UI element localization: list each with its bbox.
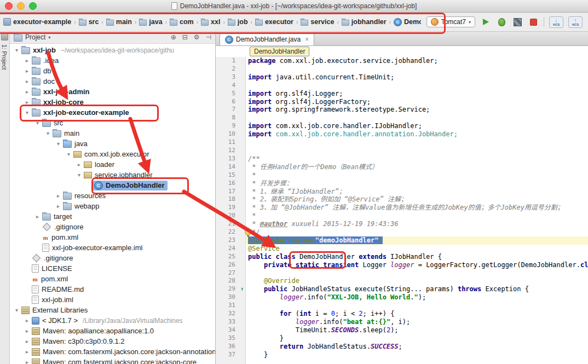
code-line-24[interactable]: 24@Service xyxy=(216,245,588,253)
run-configuration-selector[interactable]: Tomcat7 ▾ xyxy=(426,16,475,27)
tree-toggle-icon[interactable]: ▸ xyxy=(34,213,41,219)
tree-item[interactable]: xxl-job-executor-example xyxy=(31,108,132,117)
tree-row-xxl-job[interactable]: ▾xxl-job~/workspaces/idea-git-workspace/… xyxy=(10,45,215,55)
tree-toggle-icon[interactable]: ▾ xyxy=(13,47,20,53)
tree-row-doc[interactable]: ▸doc xyxy=(10,76,215,86)
override-gutter-icon[interactable]: ↑ xyxy=(238,285,246,293)
tree-item[interactable]: target xyxy=(41,212,74,221)
breadcrumb-item-src[interactable]: src xyxy=(78,17,100,27)
code-line-11[interactable]: 11 xyxy=(216,138,588,147)
tree-row-gitignore[interactable]: .gitignore xyxy=(10,253,215,263)
code-line-37[interactable]: 37 } xyxy=(216,351,588,359)
tree-item[interactable]: Maven: com.fasterxml.jackson.core:jackso… xyxy=(31,347,215,356)
tree-toggle-icon[interactable]: ▸ xyxy=(55,203,62,209)
stop-button[interactable] xyxy=(528,16,539,27)
code-line-7[interactable]: 7import org.springframework.stereotype.S… xyxy=(216,106,588,114)
tree-row-jdk1-7[interactable]: ▸< JDK1.7 >/Library/Java/JavaVirtualMach… xyxy=(10,315,215,326)
collapse-all-icon[interactable]: ⊟ xyxy=(182,33,188,41)
tree-item[interactable]: com.xxl.job.executor xyxy=(72,149,152,159)
tree-row-java[interactable]: ▾java xyxy=(10,138,215,149)
tree-row-xxl-job-executor-example[interactable]: ▾xxl-job-executor-example xyxy=(10,107,215,118)
tree-item[interactable]: README.md xyxy=(31,285,87,294)
code-line-13[interactable]: 13/** xyxy=(216,155,588,163)
tree-item[interactable]: service.jobhandler xyxy=(83,170,155,180)
breadcrumb-item-job[interactable]: job xyxy=(227,17,249,27)
project-tool-window-button[interactable]: 1: Project xyxy=(1,44,8,70)
code-line-5[interactable]: 5import org.slf4j.Logger; xyxy=(216,90,588,98)
tree-item[interactable]: xxl-job.iml xyxy=(31,295,76,304)
code-line-35[interactable]: 35 } xyxy=(216,334,588,343)
tree-toggle-icon[interactable]: ▸ xyxy=(24,57,31,63)
tree-toggle-icon[interactable]: ▸ xyxy=(24,78,31,84)
tree-toggle-icon[interactable]: ▾ xyxy=(44,130,51,136)
code-line-15[interactable]: 15 * xyxy=(216,171,588,180)
tree-row-maven-com-fasterxml-jackson-core-jackson-annotations[interactable]: ▸Maven: com.fasterxml.jackson.core:jacks… xyxy=(10,346,215,357)
minimize-window-button[interactable] xyxy=(17,2,25,10)
code-line-34[interactable]: 34 TimeUnit.SECONDS.sleep(2); xyxy=(216,326,588,334)
intention-bulb-icon[interactable] xyxy=(245,228,252,235)
breadcrumb-item-executor-example[interactable]: executor-example xyxy=(2,17,72,27)
code-line-32[interactable]: 32 for (int i = 0; i < 2; i++) { xyxy=(216,310,588,318)
breadcrumb-item-com[interactable]: com xyxy=(169,17,195,27)
code-line-19[interactable]: 19 * 3、加 “@JobHander” 注解，注解value值为新增任务生成… xyxy=(216,204,588,212)
tree-row-pom-xml[interactable]: mpom.xml xyxy=(10,232,215,242)
tree-item[interactable]: mpom.xml xyxy=(41,233,81,242)
tree-toggle-icon[interactable]: ▾ xyxy=(65,151,72,157)
tree-item[interactable]: Maven: c3p0:c3p0:0.9.1.2 xyxy=(31,337,128,346)
gear-icon[interactable]: ⚙ xyxy=(194,33,200,41)
tree-item[interactable]: External Libraries xyxy=(20,305,90,315)
tree-row-webapp[interactable]: ▸webapp xyxy=(10,201,215,211)
tool-window-stripe-icon[interactable] xyxy=(1,33,8,41)
tree-row-pom-xml[interactable]: mpom.xml xyxy=(10,274,215,284)
tree-toggle-icon[interactable]: ▾ xyxy=(13,307,20,313)
close-icon[interactable]: × xyxy=(305,36,309,43)
code-line-29[interactable]: 29↑ public JobHandleStatus execute(Strin… xyxy=(216,285,588,293)
code-line-1[interactable]: 1package com.xxl.job.executor.service.jo… xyxy=(216,57,588,65)
breadcrumb-item-xxl[interactable]: xxl xyxy=(200,17,221,27)
tree-toggle-icon[interactable]: ▸ xyxy=(24,359,31,364)
code-line-28[interactable]: 28 @Override xyxy=(216,277,588,285)
tree-toggle-icon[interactable]: ▸ xyxy=(55,193,62,199)
code-area[interactable]: 1package com.xxl.job.executor.service.jo… xyxy=(216,57,588,364)
code-line-17[interactable]: 17 * 1、继承 “IJobHandler”； xyxy=(216,188,588,196)
breadcrumb-item-main[interactable]: main xyxy=(105,17,133,27)
close-window-button[interactable] xyxy=(5,2,13,10)
tree-item[interactable]: CDemoJobHandler xyxy=(93,181,168,190)
coverage-button[interactable] xyxy=(512,16,523,27)
tree-toggle-icon[interactable]: ▾ xyxy=(34,120,41,126)
code-line-36[interactable]: 36 return JobHandleStatus.SUCCESS; xyxy=(216,343,588,351)
hide-panel-icon[interactable]: ⊣ xyxy=(206,33,211,41)
code-line-8[interactable]: 8 xyxy=(216,114,588,122)
code-line-20[interactable]: 20 * xyxy=(216,212,588,220)
scroll-from-source-icon[interactable]: ⊕ xyxy=(171,33,176,41)
tree-row-db[interactable]: ▸db xyxy=(10,66,215,76)
tree-row-maven-com-fasterxml-jackson-core-jackson-core[interactable]: ▸Maven: com.fasterxml.jackson.core:jacks… xyxy=(10,357,215,364)
code-line-10[interactable]: 10import com.xxl.job.core.handler.annota… xyxy=(216,130,588,138)
code-line-25[interactable]: 25public class DemoJobHandler extends IJ… xyxy=(216,253,588,261)
tree-row-license[interactable]: LICENSE xyxy=(10,263,215,274)
tree-row-com-xxl-job-executor[interactable]: ▾com.xxl.job.executor xyxy=(10,149,215,159)
tree-toggle-icon[interactable]: ▸ xyxy=(24,89,31,95)
tree-toggle-icon[interactable]: ▸ xyxy=(24,99,31,105)
code-line-14[interactable]: 14 * 任务Handler的一个Demo（Bean模式） xyxy=(216,163,588,171)
tree-row-idea[interactable]: ▸.idea xyxy=(10,55,215,66)
tree-item[interactable]: loader xyxy=(83,160,117,169)
tree-toggle-icon[interactable]: ▾ xyxy=(76,172,83,178)
tree-item[interactable]: .idea xyxy=(31,56,61,65)
tree-item[interactable]: java xyxy=(62,139,90,148)
tree-row-xxl-job-iml[interactable]: xxl-job.iml xyxy=(10,294,215,305)
breadcrumb-item-executor[interactable]: executor xyxy=(254,17,295,27)
tree-item[interactable]: main xyxy=(51,129,82,138)
tree-item[interactable]: xxl-job-admin xyxy=(31,87,93,96)
code-line-3[interactable]: 3import java.util.concurrent.TimeUnit; xyxy=(216,73,588,82)
vcs-update-button[interactable]: ↓ VCS xyxy=(549,16,563,28)
tree-item[interactable]: .gitignore xyxy=(41,222,86,232)
code-line-22[interactable]: 22 */ xyxy=(216,228,588,236)
tree-toggle-icon[interactable]: ▸ xyxy=(24,338,31,344)
tree-toggle-icon[interactable]: ▸ xyxy=(76,161,83,167)
tree-item[interactable]: resources xyxy=(62,191,108,200)
debug-button[interactable] xyxy=(496,16,507,27)
tree-item[interactable]: doc xyxy=(31,77,57,86)
tree-row-main[interactable]: ▾main xyxy=(10,128,215,138)
run-button[interactable] xyxy=(480,16,491,27)
